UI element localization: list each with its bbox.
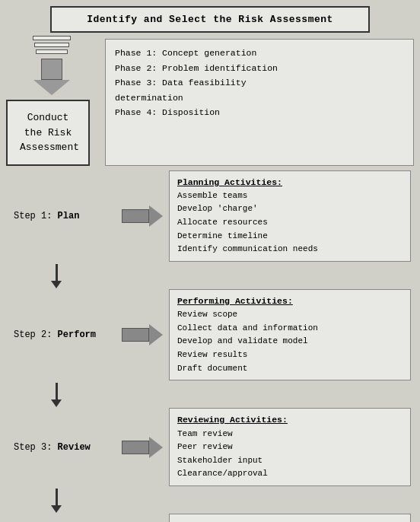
v-arrow-head [51, 505, 62, 513]
activity-item: Determine timeline [177, 230, 402, 243]
activity-item: Allocate resources [177, 216, 402, 230]
right-arrow-3 [122, 437, 163, 458]
phase3: Phase 3: Data feasibility [115, 75, 404, 91]
arrow-tip [149, 324, 163, 345]
activity-title-1: Planning Activities: [177, 176, 402, 189]
activity-item: Review results [177, 349, 402, 362]
step-row-3: Step 3: Review Reviewing Activities: Tea… [9, 408, 411, 486]
main-container: Identify and Select the Risk Assessment … [0, 0, 420, 522]
right-arrow-1 [122, 205, 163, 227]
activity-title-2: Performing Activities: [177, 294, 402, 308]
step-label-2: Step 2: Perform [9, 329, 96, 340]
conduct-line2: Assessment [20, 142, 79, 153]
activity-box-1: Planning Activities: Assemble teamsDevel… [169, 170, 411, 262]
step-left-3: Step 3: Review [9, 442, 116, 453]
activity-item: Identify communication needs [177, 243, 402, 256]
activity-item: Stakeholder input [177, 454, 402, 468]
step-row-4: Step 4: Issue Issuing Activities: Roll-o… [9, 514, 411, 522]
right-arrow-2 [122, 324, 163, 345]
activity-item: Clearance/approval [177, 467, 402, 481]
stack-line-1 [33, 36, 71, 40]
step-left-1: Step 1: Plan [9, 211, 116, 221]
step-label-1: Step 1: Plan [9, 211, 79, 221]
activity-box-4: Issuing Activities: Roll-out planPublic … [169, 514, 411, 522]
arrow-tip [149, 205, 163, 227]
activity-box-3: Reviewing Activities: Team reviewPeer re… [169, 408, 411, 486]
stack-line-3 [36, 49, 68, 54]
step-down-arrow-1 [9, 264, 411, 288]
arrow-tip [149, 437, 163, 458]
arrow-shaft [122, 328, 149, 342]
identify-box: Identify and Select the Risk Assessment [50, 6, 370, 33]
step-label-3: Step 3: Review [9, 442, 91, 453]
arrow-shaft [122, 209, 149, 223]
activity-item: Collect data and information [177, 322, 402, 336]
activity-item: Team review [177, 428, 402, 441]
activity-box-2: Performing Activities: Review scopeColle… [169, 289, 411, 380]
arrow-body [41, 59, 62, 80]
activity-item: Review scope [177, 308, 402, 322]
v-line [56, 383, 58, 399]
arrow-head [33, 80, 70, 95]
identify-label: Identify and Select the Risk Assessment [87, 14, 333, 25]
conduct-line1: Conduct the Risk [24, 112, 72, 138]
steps-section: Step 1: Plan Planning Activities: Assemb… [6, 170, 414, 523]
phase4: Phase 4: Disposition [115, 105, 404, 120]
v-line [56, 264, 58, 281]
activity-item: Develop 'charge' [177, 202, 402, 216]
step-row-1: Step 1: Plan Planning Activities: Assemb… [9, 170, 411, 262]
activity-item: Draft document [177, 362, 402, 376]
activity-title-3: Reviewing Activities: [177, 413, 402, 427]
arrow-shaft [122, 441, 149, 454]
step-left-2: Step 2: Perform [9, 329, 116, 340]
phase-box: Phase 1: Concept generation Phase 2: Pro… [105, 39, 414, 166]
step-row-2: Step 2: Perform Performing Activities: R… [9, 289, 411, 380]
activity-item: Develop and validate model [177, 335, 402, 349]
stack-line-2 [34, 43, 69, 47]
activity-item: Assemble teams [177, 189, 402, 203]
phase1: Phase 1: Concept generation [115, 46, 404, 61]
v-line [56, 489, 58, 505]
activity-title-4: Issuing Activities: [177, 519, 402, 522]
activity-item: Peer review [177, 441, 402, 454]
top-section: Conduct the Risk Assessment Phase 1: Con… [6, 36, 414, 166]
down-arrow [33, 59, 70, 95]
step-down-arrow-3 [9, 489, 411, 513]
phase3b: determination [115, 91, 404, 106]
step-down-arrow-2 [9, 383, 411, 407]
stack-lines [33, 36, 71, 54]
v-arrow-head [51, 399, 62, 407]
phase2: Phase 2: Problem identification [115, 61, 404, 76]
v-arrow-head [51, 281, 62, 288]
conduct-box: Conduct the Risk Assessment [6, 100, 90, 166]
top-left-col: Conduct the Risk Assessment [6, 36, 97, 166]
